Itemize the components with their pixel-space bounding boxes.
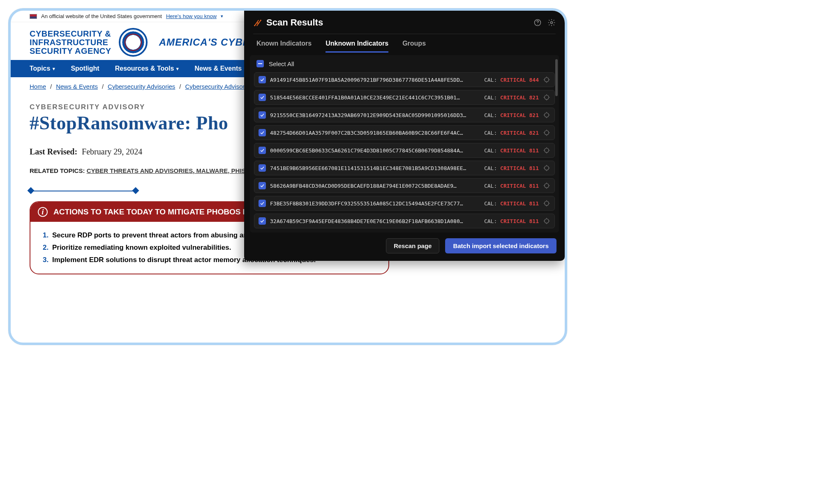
indicator-row[interactable]: 9215550CE3B164972413A329AB697012E909D543…	[254, 108, 555, 122]
svg-point-8	[545, 113, 549, 117]
revised-value: February 29, 2024	[82, 147, 142, 156]
nav-item-topics[interactable]: Topics▾	[30, 65, 55, 72]
indicator-row[interactable]: 32A674B59C3F9A45EFDE48368B4DE7E0E76C19E0…	[254, 214, 555, 228]
indicator-row[interactable]: 518544E56E8CCEE401FFA1B0A01A10CE23E49EC2…	[254, 90, 555, 105]
row-checkbox[interactable]	[259, 76, 266, 83]
indicator-hash: 58626A9BFB48CD30ACD0D95DEBCAEFD188AE794E…	[270, 183, 480, 189]
breadcrumb-link[interactable]: Home	[30, 83, 46, 90]
nav-item-spotlight[interactable]: Spotlight	[71, 65, 99, 72]
indicator-row[interactable]: A91491F45B851A07F91BA5A200967921BF796D38…	[254, 72, 555, 87]
breadcrumb-link[interactable]: Cybersecurity Advisories	[108, 83, 175, 90]
svg-point-12	[545, 184, 549, 188]
indicator-row[interactable]: 58626A9BFB48CD30ACD0D95DEBCAEFD188AE794E…	[254, 178, 555, 193]
svg-point-13	[545, 201, 549, 206]
select-all-row[interactable]: Select All	[250, 55, 559, 72]
row-checkbox[interactable]	[259, 182, 266, 189]
svg-point-6	[545, 78, 549, 82]
svg-point-7	[545, 95, 549, 100]
svg-point-5	[551, 22, 553, 24]
cal-score: CAL: CRITICAL 811	[484, 165, 539, 171]
crosshair-icon[interactable]	[543, 147, 550, 154]
cal-score: CAL: CRITICAL 811	[484, 147, 539, 154]
help-icon[interactable]	[533, 18, 542, 27]
crosshair-icon[interactable]	[543, 94, 550, 101]
tab-unknown-indicators[interactable]: Unknown Indicators	[326, 40, 388, 53]
cal-score: CAL: CRITICAL 811	[484, 200, 539, 207]
row-checkbox[interactable]	[259, 217, 266, 225]
crosshair-icon[interactable]	[543, 129, 550, 136]
tab-groups[interactable]: Groups	[402, 40, 426, 53]
app-logo-icon	[253, 18, 262, 27]
cal-score: CAL: CRITICAL 811	[484, 218, 539, 224]
svg-point-4	[537, 24, 538, 25]
row-checkbox[interactable]	[259, 164, 266, 172]
crosshair-icon[interactable]	[543, 182, 550, 189]
agency-name: CYBERSECURITY & INFRASTRUCTURE SECURITY …	[30, 30, 111, 55]
select-all-label: Select All	[269, 60, 294, 67]
row-checkbox[interactable]	[259, 111, 266, 119]
indicator-hash: 518544E56E8CCEE401FFA1B0A01A10CE23E49EC2…	[270, 94, 480, 101]
indicator-row[interactable]: 482754D66D01AA3579F007C2B3C3D0591865EB60…	[254, 125, 555, 140]
cal-score: CAL: CRITICAL 821	[484, 130, 539, 136]
indicator-hash: A91491F45B851A07F91BA5A200967921BF796D38…	[270, 77, 480, 83]
nav-item-resources-tools[interactable]: Resources & Tools▾	[115, 65, 179, 72]
indicator-hash: 7451BE9B65B956EE667081E1141531514B1EC348…	[270, 165, 480, 171]
cal-score: CAL: CRITICAL 821	[484, 112, 539, 118]
tab-known-indicators[interactable]: Known Indicators	[256, 40, 312, 53]
chevron-down-icon: ▾	[53, 66, 55, 71]
svg-point-10	[545, 148, 549, 153]
cal-score: CAL: CRITICAL 844	[484, 77, 539, 83]
scan-results-panel: Scan Results Known IndicatorsUnknown Ind…	[244, 11, 565, 261]
crosshair-icon[interactable]	[543, 217, 550, 225]
select-all-checkbox[interactable]	[256, 60, 264, 67]
revised-label: Last Revised:	[30, 147, 77, 156]
indicator-hash: F3BE35F8B8301E39DD3DFFC9325553516A085C12…	[270, 200, 480, 207]
crosshair-icon[interactable]	[543, 200, 550, 207]
svg-point-2	[257, 22, 259, 23]
gov-banner-text: An official website of the United States…	[41, 13, 162, 19]
svg-point-9	[545, 131, 549, 135]
cal-score: CAL: CRITICAL 811	[484, 183, 539, 189]
gear-icon[interactable]	[547, 18, 556, 27]
breadcrumb-link[interactable]: Cybersecurity Advisory	[185, 83, 248, 90]
chevron-down-icon: ▾	[221, 14, 223, 19]
cisa-seal-icon	[119, 28, 148, 57]
row-checkbox[interactable]	[259, 147, 266, 154]
batch-import-button[interactable]: Batch import selected indicators	[445, 238, 556, 253]
rescan-button[interactable]: Rescan page	[386, 238, 440, 253]
indicator-row[interactable]: 7451BE9B65B956EE667081E1141531514B1EC348…	[254, 161, 555, 175]
row-checkbox[interactable]	[259, 129, 266, 136]
svg-point-11	[545, 166, 549, 170]
indicator-hash: 9215550CE3B164972413A329AB697012E909D543…	[270, 112, 480, 118]
indicator-row[interactable]: F3BE35F8B8301E39DD3DFFC9325553516A085C12…	[254, 196, 555, 211]
cal-score: CAL: CRITICAL 821	[484, 94, 539, 101]
info-icon: i	[38, 207, 48, 217]
related-label: RELATED TOPICS:	[30, 167, 85, 174]
row-checkbox[interactable]	[259, 200, 266, 207]
indicator-hash: 482754D66D01AA3579F007C2B3C3D0591865EB60…	[270, 130, 480, 136]
svg-point-0	[254, 25, 255, 26]
crosshair-icon[interactable]	[543, 76, 550, 83]
gov-banner-link[interactable]: Here's how you know	[166, 13, 217, 19]
row-checkbox[interactable]	[259, 94, 266, 101]
crosshair-icon[interactable]	[543, 111, 550, 119]
svg-point-1	[260, 20, 261, 21]
svg-point-14	[545, 219, 549, 223]
crosshair-icon[interactable]	[543, 164, 550, 172]
indicator-hash: 0000599CBC6E5B0633C5A6261C79E4D3D81005C7…	[270, 147, 480, 154]
us-flag-icon	[30, 14, 37, 19]
related-topic-link[interactable]: CYBER THREATS AND ADVISORIES	[87, 167, 193, 174]
indicator-hash: 32A674B59C3F9A45EFDE48368B4DE7E0E76C19E0…	[270, 218, 480, 224]
scrollbar-thumb[interactable]	[555, 59, 558, 96]
indicator-row[interactable]: 0000599CBC6E5B0633C5A6261C79E4D3D81005C7…	[254, 143, 555, 158]
chevron-down-icon: ▾	[176, 66, 179, 71]
breadcrumb-link[interactable]: News & Events	[56, 83, 98, 90]
nav-item-news-events[interactable]: News & Events▾	[194, 65, 247, 72]
panel-title: Scan Results	[266, 17, 323, 28]
tabs: Known IndicatorsUnknown IndicatorsGroups	[244, 34, 565, 53]
